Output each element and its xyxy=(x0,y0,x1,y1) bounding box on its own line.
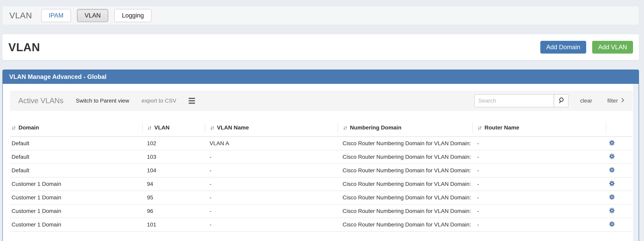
gear-icon[interactable] xyxy=(609,180,615,187)
table-row: Default 103 - Cisco Router Numbering Dom… xyxy=(10,150,633,164)
cell-vlan-name: VLAN A xyxy=(205,140,338,147)
cell-vlan-name: - xyxy=(205,194,338,201)
cell-actions xyxy=(606,167,633,175)
cell-actions xyxy=(606,221,633,229)
export-csv-link[interactable]: export to CSV xyxy=(142,98,176,104)
cell-vlan-name: - xyxy=(205,208,338,214)
cell-domain: Customer 1 Domain xyxy=(10,181,142,187)
sort-arrows-icon xyxy=(343,124,348,131)
gear-icon[interactable] xyxy=(609,207,615,214)
cell-numbering-domain: Cisco Router Numbering Domain for VLAN D… xyxy=(338,140,472,147)
cell-domain: Default xyxy=(10,154,142,160)
cell-vlan: 103 xyxy=(142,154,205,160)
table-row: Customer 1 Domain 94 - Cisco Router Numb… xyxy=(10,178,633,191)
cell-vlan: 102 xyxy=(142,140,205,147)
cell-actions xyxy=(606,207,633,215)
cell-domain: Default xyxy=(10,140,142,147)
column-header-actions xyxy=(606,123,633,132)
scrollbar-track[interactable] xyxy=(633,84,638,241)
cell-vlan-name: - xyxy=(205,167,338,174)
cell-vlan: 104 xyxy=(142,167,205,174)
table-body: Default 102 VLAN A Cisco Router Numberin… xyxy=(10,137,633,232)
sort-arrows-icon xyxy=(478,124,482,131)
page-title: VLAN xyxy=(8,41,40,54)
cell-actions xyxy=(606,140,633,147)
column-header-router-name[interactable]: Router Name xyxy=(472,123,606,132)
cell-vlan: 101 xyxy=(142,222,205,228)
chevron-right-icon xyxy=(621,98,624,104)
table-row: Default 102 VLAN A Cisco Router Numberin… xyxy=(10,137,633,150)
sort-arrows-icon xyxy=(210,124,214,131)
table-row: Default 104 - Cisco Router Numbering Dom… xyxy=(10,164,633,178)
column-header-domain[interactable]: Domain xyxy=(10,123,142,132)
cell-vlan: 95 xyxy=(142,194,205,201)
search-input[interactable] xyxy=(474,94,554,107)
tab-logging[interactable]: Logging xyxy=(114,9,151,22)
vlan-table: Domain VLAN VLAN Name Numbering Domain R… xyxy=(10,119,633,232)
add-vlan-button[interactable]: Add VLAN xyxy=(592,41,633,54)
cell-numbering-domain: Cisco Router Numbering Domain for VLAN D… xyxy=(338,167,472,174)
cell-vlan-name: - xyxy=(205,222,338,228)
cell-actions xyxy=(606,180,633,188)
cell-vlan-name: - xyxy=(205,181,338,187)
view-title: Active VLANs xyxy=(18,97,64,105)
table-row: Customer 1 Domain 101 - Cisco Router Num… xyxy=(10,218,633,232)
cell-numbering-domain: Cisco Router Numbering Domain for VLAN D… xyxy=(338,194,472,201)
gear-icon[interactable] xyxy=(609,140,615,146)
cell-router-name: - xyxy=(472,194,606,201)
hamburger-icon[interactable] xyxy=(188,98,195,104)
cell-domain: Customer 1 Domain xyxy=(10,222,142,228)
table-header-row: Domain VLAN VLAN Name Numbering Domain R… xyxy=(10,119,633,137)
column-header-numbering-domain[interactable]: Numbering Domain xyxy=(338,123,472,132)
sort-arrows-icon xyxy=(12,124,16,131)
cell-domain: Customer 1 Domain xyxy=(10,194,142,201)
search-button[interactable] xyxy=(554,94,568,107)
cell-router-name: - xyxy=(472,222,606,228)
page-header: VLAN Add Domain Add VLAN xyxy=(2,34,639,60)
gear-icon[interactable] xyxy=(609,153,615,160)
cell-numbering-domain: Cisco Router Numbering Domain for VLAN D… xyxy=(338,222,472,228)
magnifier-icon xyxy=(558,97,565,105)
cell-numbering-domain: Cisco Router Numbering Domain for VLAN D… xyxy=(338,208,472,214)
table-row: Customer 1 Domain 95 - Cisco Router Numb… xyxy=(10,191,633,205)
cell-numbering-domain: Cisco Router Numbering Domain for VLAN D… xyxy=(338,154,472,160)
cell-router-name: - xyxy=(472,154,606,160)
tab-vlan[interactable]: VLAN xyxy=(77,9,108,22)
cell-numbering-domain: Cisco Router Numbering Domain for VLAN D… xyxy=(338,181,472,187)
cell-router-name: - xyxy=(472,167,606,174)
app-label: VLAN xyxy=(9,11,32,20)
cell-router-name: - xyxy=(472,181,606,187)
gear-icon[interactable] xyxy=(609,194,615,200)
cell-domain: Customer 1 Domain xyxy=(10,208,142,214)
cell-vlan-name: - xyxy=(205,154,338,160)
clear-link[interactable]: clear xyxy=(580,98,592,104)
gear-icon[interactable] xyxy=(609,167,615,173)
add-domain-button[interactable]: Add Domain xyxy=(540,41,586,54)
cell-vlan: 94 xyxy=(142,181,205,187)
column-header-vlan-name[interactable]: VLAN Name xyxy=(205,123,338,132)
cell-router-name: - xyxy=(472,208,606,214)
sort-arrows-icon xyxy=(147,124,152,131)
cell-vlan: 96 xyxy=(142,208,205,214)
vlan-panel: VLAN Manage Advanced - Global Active VLA… xyxy=(2,69,639,241)
panel-body: Active VLANs Switch to Parent view expor… xyxy=(3,84,638,241)
top-tab-bar: VLAN IPAM VLAN Logging xyxy=(2,6,639,25)
filter-link[interactable]: filter xyxy=(607,98,624,104)
cell-actions xyxy=(606,153,633,161)
cell-router-name: - xyxy=(472,140,606,147)
switch-parent-view-link[interactable]: Switch to Parent view xyxy=(76,98,129,104)
cell-domain: Default xyxy=(10,167,142,174)
filter-label: filter xyxy=(607,98,618,104)
table-toolbar: Active VLANs Switch to Parent view expor… xyxy=(10,91,633,111)
search-group xyxy=(474,94,568,107)
panel-title: VLAN Manage Advanced - Global xyxy=(3,70,638,84)
cell-actions xyxy=(606,194,633,202)
table-row: Customer 1 Domain 96 - Cisco Router Numb… xyxy=(10,205,633,218)
column-header-vlan[interactable]: VLAN xyxy=(142,123,205,132)
tab-ipam[interactable]: IPAM xyxy=(41,9,71,22)
gear-icon[interactable] xyxy=(609,221,615,227)
